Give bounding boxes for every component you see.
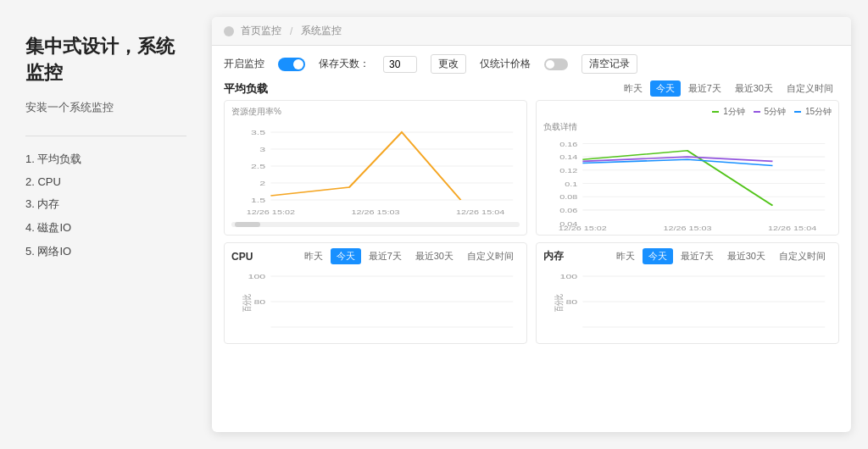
svg-text:80: 80: [565, 298, 577, 305]
svg-text:3.5: 3.5: [251, 129, 265, 136]
nav-list: 1. 平均负载 2. CPU 3. 内存 4. 磁盘IO 5. 网络IO: [25, 152, 186, 259]
nav-item-memory[interactable]: 3. 内存: [25, 197, 186, 212]
svg-text:12/26 15:02: 12/26 15:02: [247, 209, 295, 216]
page-title: 集中式设计，系统监控: [25, 34, 186, 86]
svg-text:2: 2: [259, 180, 265, 186]
load-detail-chart: 1分钟 5分钟 15分钟: [536, 100, 839, 236]
left-panel: 集中式设计，系统监控 安装一个系统监控 1. 平均负载 2. CPU 3. 内存…: [0, 0, 212, 449]
load-detail-svg: 0.16 0.14 0.12 0.1 0.08 0.06 0.04: [543, 135, 832, 232]
svg-text:100: 100: [248, 273, 266, 280]
memory-svg: 100 80 百分比: [543, 268, 832, 331]
cpu-header: CPU 昨天 今天 最近7天 最近30天 自定义时间: [231, 248, 520, 264]
legend-5min: 5分钟: [754, 106, 786, 118]
left-chart-scrollbar[interactable]: [231, 222, 520, 227]
svg-text:12/26 15:03: 12/26 15:03: [351, 209, 399, 216]
memory-section: 内存 昨天 今天 最近7天 最近30天 自定义时间 100: [536, 242, 839, 344]
svg-text:100: 100: [560, 273, 578, 280]
legend-15min: 15分钟: [794, 106, 832, 118]
load-detail-label: 负载详情: [543, 121, 832, 133]
billing-toggle[interactable]: [544, 58, 568, 70]
browser-window: 首页监控 / 系统监控 开启监控 保存天数： 更改 仅统计价格 清空记录 平均负…: [212, 17, 851, 432]
svg-text:1.5: 1.5: [251, 197, 265, 203]
tab-7days[interactable]: 最近7天: [682, 80, 727, 97]
save-days-label: 保存天数：: [319, 57, 370, 71]
svg-text:0.16: 0.16: [559, 141, 577, 147]
breadcrumb-separator: /: [290, 25, 292, 37]
clear-button[interactable]: 清空记录: [581, 54, 637, 74]
memory-title: 内存: [543, 249, 564, 263]
memory-tab-30days[interactable]: 最近30天: [721, 248, 771, 264]
svg-text:12/26 15:04: 12/26 15:04: [456, 209, 504, 216]
home-icon: [224, 26, 234, 36]
memory-tab-yesterday[interactable]: 昨天: [610, 248, 641, 264]
resource-usage-svg: 3.5 3 2.5 2 1.5 12/26 15:02 12/26 15:03 …: [231, 119, 520, 217]
memory-tabs: 昨天 今天 最近7天 最近30天 自定义时间: [610, 248, 832, 264]
nav-item-network-io[interactable]: 5. 网络IO: [25, 244, 186, 259]
monitor-toggle[interactable]: [278, 58, 305, 71]
breadcrumb-current: 系统监控: [301, 24, 342, 38]
avg-load-header: 平均负载 昨天 今天 最近7天 最近30天 自定义时间: [224, 80, 839, 97]
svg-text:3: 3: [259, 146, 265, 152]
breadcrumb-home[interactable]: 首页监控: [241, 24, 281, 38]
avg-load-section: 平均负载 昨天 今天 最近7天 最近30天 自定义时间 资源使用率%: [224, 80, 839, 236]
svg-text:0.12: 0.12: [559, 168, 577, 175]
divider: [25, 136, 186, 136]
save-days-input[interactable]: [383, 56, 417, 73]
cpu-tab-custom[interactable]: 自定义时间: [461, 248, 520, 264]
memory-header: 内存 昨天 今天 最近7天 最近30天 自定义时间: [543, 248, 832, 264]
legend-dot-1min: [712, 111, 719, 113]
cpu-tab-7days[interactable]: 最近7天: [363, 248, 408, 264]
cpu-svg: 100 80 百分比: [231, 268, 520, 331]
avg-load-title: 平均负载: [224, 81, 268, 97]
page-subtitle: 安装一个系统监控: [25, 100, 186, 115]
cpu-tab-yesterday[interactable]: 昨天: [298, 248, 329, 264]
svg-text:2.5: 2.5: [251, 163, 265, 169]
svg-text:0.08: 0.08: [559, 194, 577, 201]
cpu-tab-today[interactable]: 今天: [331, 248, 361, 264]
resource-usage-chart: 资源使用率% 3.5 3 2.5 2: [224, 100, 527, 236]
content-area: 开启监控 保存天数： 更改 仅统计价格 清空记录 平均负载 昨天 今天 最近7天: [212, 46, 851, 432]
cpu-tabs: 昨天 今天 最近7天 最近30天 自定义时间: [298, 248, 520, 264]
tab-custom[interactable]: 自定义时间: [781, 80, 839, 97]
memory-tab-7days[interactable]: 最近7天: [675, 248, 720, 264]
legend-1min: 1分钟: [712, 106, 744, 118]
tab-yesterday[interactable]: 昨天: [618, 80, 648, 97]
nav-item-cpu[interactable]: 2. CPU: [25, 175, 186, 188]
top-controls: 开启监控 保存天数： 更改 仅统计价格 清空记录: [224, 54, 839, 74]
tab-30days[interactable]: 最近30天: [729, 80, 779, 97]
cpu-title: CPU: [231, 251, 253, 263]
svg-text:12/26 15:03: 12/26 15:03: [663, 225, 711, 232]
svg-text:百分比: 百分比: [554, 294, 564, 312]
avg-load-charts: 资源使用率% 3.5 3 2.5 2: [224, 100, 839, 236]
resource-usage-label: 资源使用率%: [231, 106, 520, 118]
billing-label: 仅统计价格: [480, 57, 531, 71]
svg-text:0.1: 0.1: [565, 180, 577, 187]
left-chart-thumb: [235, 222, 260, 227]
memory-tab-custom[interactable]: 自定义时间: [773, 248, 832, 264]
svg-text:0.06: 0.06: [559, 208, 577, 214]
avg-load-tabs: 昨天 今天 最近7天 最近30天 自定义时间: [618, 80, 839, 97]
svg-text:0.14: 0.14: [559, 154, 577, 161]
browser-topbar: 首页监控 / 系统监控: [212, 17, 851, 46]
right-panel: 首页监控 / 系统监控 开启监控 保存天数： 更改 仅统计价格 清空记录 平均负…: [212, 0, 868, 449]
change-button[interactable]: 更改: [431, 54, 466, 74]
monitor-label: 开启监控: [224, 57, 264, 71]
svg-text:12/26 15:02: 12/26 15:02: [559, 225, 607, 232]
legend-dot-5min: [754, 111, 760, 113]
memory-tab-today[interactable]: 今天: [643, 248, 673, 264]
svg-text:百分比: 百分比: [242, 294, 252, 312]
bottom-charts-row: CPU 昨天 今天 最近7天 最近30天 自定义时间 100: [224, 242, 839, 344]
tab-today[interactable]: 今天: [650, 80, 681, 97]
nav-item-avg-load[interactable]: 1. 平均负载: [25, 152, 186, 167]
svg-text:12/26 15:04: 12/26 15:04: [768, 225, 816, 232]
svg-text:80: 80: [253, 298, 265, 305]
nav-item-disk-io[interactable]: 4. 磁盘IO: [25, 220, 186, 236]
load-legend: 1分钟 5分钟 15分钟: [712, 106, 832, 118]
legend-dot-15min: [794, 111, 801, 113]
cpu-tab-30days[interactable]: 最近30天: [409, 248, 459, 264]
cpu-section: CPU 昨天 今天 最近7天 最近30天 自定义时间 100: [224, 242, 527, 344]
